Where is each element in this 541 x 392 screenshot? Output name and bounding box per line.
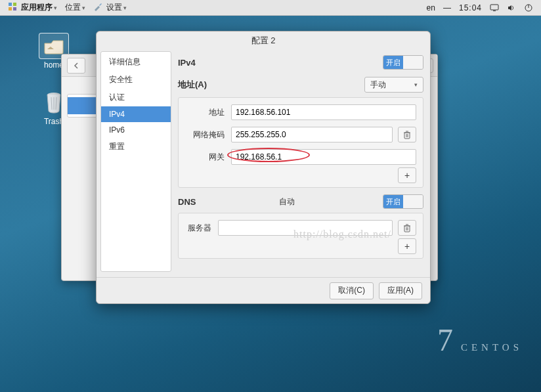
- address-label: 地址: [185, 107, 231, 118]
- addresses-panel: 地址 网络掩码 网关 +: [178, 97, 423, 188]
- dns-server-label: 服务器: [185, 223, 218, 234]
- svg-rect-12: [404, 133, 410, 139]
- trash-can-icon: [403, 224, 411, 232]
- dns-header: DNS: [178, 197, 196, 207]
- svg-rect-3: [13, 7, 16, 11]
- dns-auto-label: 自动: [279, 196, 295, 207]
- applications-label: 应用程序: [21, 2, 53, 13]
- dns-panel: 服务器 +: [178, 213, 423, 259]
- ipv4-header: IPv4: [178, 58, 196, 68]
- keyboard-indicator[interactable]: en: [427, 3, 435, 12]
- dialog-main: IPv4 开启 地址(A) 手动 ▾ 地址 网络掩码: [171, 50, 430, 277]
- add-address-button[interactable]: +: [398, 167, 416, 183]
- delete-address-button[interactable]: [398, 127, 416, 142]
- activities-icon: [8, 2, 19, 13]
- places-menu[interactable]: 位置 ▾: [61, 0, 89, 15]
- clock[interactable]: 15:04: [459, 3, 482, 12]
- netmask-input[interactable]: [231, 127, 393, 142]
- sidebar-item-ipv6[interactable]: IPv6: [101, 122, 171, 138]
- sidebar-item-auth[interactable]: 认证: [101, 89, 171, 106]
- method-select[interactable]: 手动 ▾: [364, 77, 423, 93]
- top-panel: 应用程序 ▾ 位置 ▾ 设置 ▾ en — 15:04: [0, 0, 541, 16]
- delete-dns-button[interactable]: [398, 220, 416, 236]
- dialog-sidebar: 详细信息 安全性 认证 IPv4 IPv6 重置: [100, 51, 171, 272]
- svg-rect-5: [493, 11, 496, 11]
- gateway-label: 网关: [185, 152, 231, 163]
- addresses-header: 地址(A): [178, 79, 207, 91]
- dns-auto-toggle[interactable]: 开启: [383, 194, 423, 209]
- gateway-input[interactable]: [231, 149, 416, 165]
- separator: —: [443, 3, 451, 12]
- places-label: 位置: [65, 2, 81, 13]
- sidebar-item-reset[interactable]: 重置: [101, 138, 171, 156]
- method-value: 手动: [370, 79, 386, 91]
- chevron-down-icon: ▾: [54, 5, 57, 11]
- chevron-down-icon: ▾: [82, 5, 85, 11]
- sidebar-item-ipv4[interactable]: IPv4: [101, 106, 171, 122]
- sidebar-item-details[interactable]: 详细信息: [101, 53, 171, 71]
- svg-rect-1: [13, 3, 16, 6]
- dialog-footer: 取消(C) 应用(A): [97, 277, 430, 303]
- svg-rect-17: [404, 226, 410, 232]
- volume-icon[interactable]: [507, 3, 516, 12]
- toggle-on-label: 开启: [383, 195, 403, 208]
- svg-rect-0: [9, 3, 12, 6]
- dns-server-input[interactable]: [218, 220, 393, 236]
- chevron-down-icon: ▾: [123, 5, 127, 11]
- apply-button[interactable]: 应用(A): [379, 282, 422, 299]
- tools-icon: [93, 2, 104, 13]
- add-dns-button[interactable]: +: [398, 238, 416, 254]
- address-input[interactable]: [231, 104, 416, 120]
- centos-name: CENTOS: [461, 342, 523, 353]
- config-dialog: 配置 2 详细信息 安全性 认证 IPv4 IPv6 重置 IPv4 开启 地址…: [96, 31, 431, 304]
- netmask-label: 网络掩码: [185, 129, 231, 141]
- settings-menu[interactable]: 设置 ▾: [89, 0, 131, 15]
- chevron-down-icon: ▾: [414, 81, 418, 88]
- applications-menu[interactable]: 应用程序 ▾: [4, 0, 61, 15]
- svg-rect-2: [9, 7, 12, 11]
- system-tray: en — 15:04: [427, 3, 537, 12]
- settings-label: 设置: [106, 2, 122, 13]
- sidebar-item-security[interactable]: 安全性: [101, 71, 171, 89]
- toggle-on-label: 开启: [383, 56, 403, 69]
- display-icon[interactable]: [490, 3, 499, 12]
- ipv4-toggle[interactable]: 开启: [383, 55, 423, 70]
- back-button[interactable]: [67, 58, 85, 74]
- trash-can-icon: [403, 131, 411, 139]
- cancel-button[interactable]: 取消(C): [330, 282, 374, 299]
- centos-brand: 7 CENTOS: [437, 322, 523, 358]
- power-icon[interactable]: [524, 3, 533, 12]
- centos-version: 7: [437, 322, 453, 358]
- dialog-title: 配置 2: [97, 32, 430, 50]
- svg-rect-4: [490, 5, 498, 10]
